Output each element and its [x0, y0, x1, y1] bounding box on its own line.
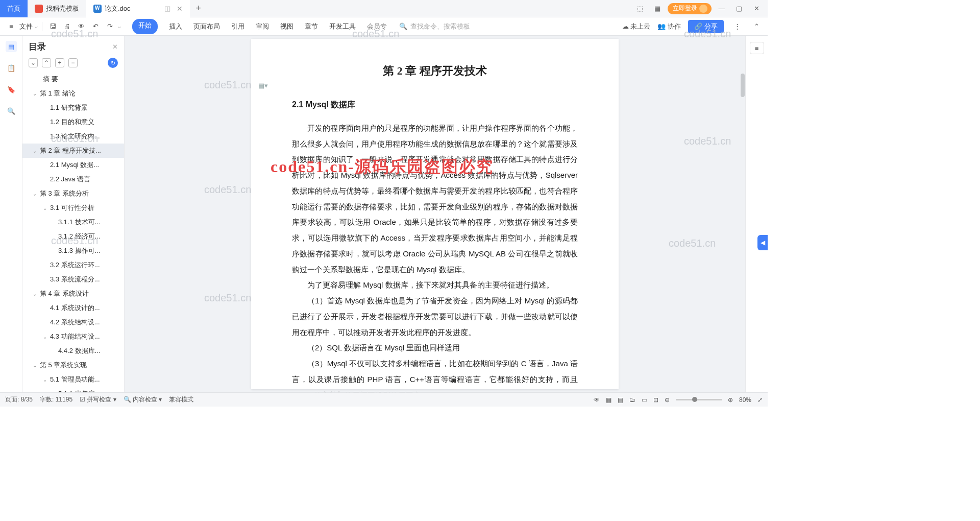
chapter-title: 第 2 章 程序开发技术 — [292, 59, 578, 82]
ribbon-tab-vip[interactable]: 会员专 — [367, 19, 387, 34]
tab-template[interactable]: 找稻壳模板 — [28, 0, 86, 17]
statusbar: 页面: 8/35 字数: 11195 ☑ 拼写检查 ▾ 🔍 内容检查 ▾ 兼容模… — [0, 392, 768, 407]
toc-item[interactable]: ⌄第 3 章 系统分析 — [22, 186, 124, 201]
new-tab-button[interactable]: + — [190, 3, 207, 14]
close-window-button[interactable]: ✕ — [749, 3, 764, 15]
toc-list: 摘 要⌄第 1 章 绪论1.1 研究背景1.2 目的和意义1.3 论文研究内..… — [22, 72, 124, 392]
collab-button[interactable]: 👥 协作 — [657, 22, 681, 31]
search-placeholder: 查找命令、搜索模板 — [410, 22, 470, 31]
toc-item[interactable]: 4.1 系统设计的... — [22, 301, 124, 315]
toc-item[interactable]: 1.1 研究背景 — [22, 101, 124, 115]
toc-item[interactable]: 4.4.2 数据库... — [22, 344, 124, 358]
titlebar: 首页 找稻壳模板 论文.doc◫✕ + ⬚ ▦ 立即登录 — ▢ ✕ — [0, 0, 768, 17]
ribbon-tab-layout[interactable]: 页面布局 — [193, 19, 220, 34]
toc-item[interactable]: ⌄4.3 功能结构设... — [22, 329, 124, 344]
clipboard-icon[interactable]: 📋 — [6, 62, 17, 74]
maximize-button[interactable]: ▢ — [732, 3, 746, 15]
toc-item[interactable]: ⌄5.1 管理员功能... — [22, 372, 124, 387]
eye-icon[interactable]: 👁 — [594, 396, 600, 404]
redo-icon[interactable]: ↷ — [104, 20, 116, 33]
layout-btn-1[interactable]: ⬚ — [633, 3, 647, 15]
toc-add-icon[interactable]: + — [55, 58, 64, 67]
document-viewport[interactable]: ▤▾ 第 2 章 程序开发技术 2.1 Mysql 数据库 开发的程序面向用户的… — [125, 36, 745, 392]
zoom-value[interactable]: 80% — [739, 396, 751, 404]
save-icon[interactable]: 🖫 — [46, 20, 59, 33]
compat-mode: 兼容模式 — [169, 395, 193, 404]
zoom-out-button[interactable]: ⊖ — [665, 396, 670, 404]
print-icon[interactable]: 🖨 — [61, 20, 73, 33]
main-area: ▤ 📋 🔖 🔍 目录✕ ⌄ ⌃ + − ↻ 摘 要⌄第 1 章 绪论1.1 研究… — [0, 36, 768, 392]
minimize-button[interactable]: — — [715, 3, 729, 15]
toc-item[interactable]: 3.1.2 经济可... — [22, 229, 124, 244]
paragraph: 为了更容易理解 Mysql 数据库，接下来就对其具备的主要特征进行描述。 — [292, 277, 578, 293]
ribbon-tabs: 开始 插入 页面布局 引用 审阅 视图 章节 开发工具 会员专 — [132, 19, 387, 34]
content-check[interactable]: 🔍 内容检查 ▾ — [124, 395, 162, 404]
toc-item[interactable]: ⌄第 4 章 系统设计 — [22, 287, 124, 301]
toc-collapse-icon[interactable]: ⌄ — [29, 58, 38, 67]
ribbon-tab-start[interactable]: 开始 — [132, 19, 158, 34]
undo-icon[interactable]: ↶ — [89, 20, 102, 33]
ribbon-tab-dev[interactable]: 开发工具 — [329, 19, 356, 34]
sidebar-icons: ▤ 📋 🔖 🔍 — [0, 36, 22, 392]
share-button[interactable]: 🔗 分享 — [688, 20, 724, 33]
toc-item[interactable]: 2.2 Java 语言 — [22, 172, 124, 186]
bookmark-icon[interactable]: 🔖 — [6, 84, 17, 95]
ribbon-tab-chapter[interactable]: 章节 — [305, 19, 318, 34]
zoom-slider[interactable] — [676, 399, 722, 400]
search-panel-icon[interactable]: 🔍 — [6, 105, 17, 116]
zoom-fit-icon[interactable]: ⊡ — [653, 396, 658, 404]
ribbon-tab-insert[interactable]: 插入 — [169, 19, 182, 34]
toc-item[interactable]: ⌄第 1 章 绪论 — [22, 86, 124, 101]
cloud-status[interactable]: ☁ 未上云 — [622, 22, 651, 31]
toc-item[interactable]: ⌄第 5 章系统实现 — [22, 358, 124, 372]
tab-template-label: 找稻壳模板 — [46, 4, 79, 13]
scrollbar-thumb[interactable] — [741, 74, 745, 97]
toc-panel: 目录✕ ⌄ ⌃ + − ↻ 摘 要⌄第 1 章 绪论1.1 研究背景1.2 目的… — [22, 36, 125, 392]
login-button[interactable]: 立即登录 — [668, 3, 712, 14]
more-icon[interactable]: ⋮ — [731, 20, 743, 33]
ribbon-tab-review[interactable]: 审阅 — [256, 19, 269, 34]
view-mode-2-icon[interactable]: ▤ — [618, 396, 623, 404]
tab-doc[interactable]: 论文.doc◫✕ — [86, 0, 190, 17]
layout-btn-2[interactable]: ▦ — [650, 3, 665, 15]
collapse-icon[interactable]: ⌃ — [750, 20, 763, 33]
toc-expand-icon[interactable]: ⌃ — [42, 58, 51, 67]
menu-icon[interactable]: ≡ — [5, 20, 17, 33]
toc-item[interactable]: 2.1 Mysql 数据... — [22, 158, 124, 172]
view-mode-3-icon[interactable]: 🗂 — [629, 396, 635, 404]
ribbon-search[interactable]: 🔍查找命令、搜索模板 — [399, 22, 470, 31]
toc-item[interactable]: 1.2 目的和意义 — [22, 115, 124, 129]
split-icon[interactable]: ◫ — [164, 5, 170, 12]
toc-refresh-icon[interactable]: ↻ — [108, 58, 118, 68]
outline-icon[interactable]: ▤ — [6, 41, 17, 52]
toc-item[interactable]: 4.2 系统结构设... — [22, 315, 124, 329]
close-icon[interactable]: ✕ — [177, 5, 183, 13]
ribbon-tab-ref[interactable]: 引用 — [231, 19, 244, 34]
view-mode-4-icon[interactable]: ▭ — [642, 396, 647, 404]
side-tab-icon[interactable]: ◀ — [757, 235, 768, 250]
file-menu[interactable]: 文件 — [19, 22, 33, 31]
zoom-in-button[interactable]: ⊕ — [728, 396, 733, 404]
preview-icon[interactable]: 👁 — [75, 20, 87, 33]
page-indicator[interactable]: 页面: 8/35 — [5, 395, 33, 404]
toc-remove-icon[interactable]: − — [68, 58, 78, 67]
tab-home[interactable]: 首页 — [0, 0, 28, 17]
tab-doc-label: 论文.doc — [105, 4, 131, 13]
spellcheck-toggle[interactable]: ☑ 拼写检查 ▾ — [80, 395, 116, 404]
word-count[interactable]: 字数: 11195 — [40, 395, 72, 404]
view-mode-1-icon[interactable]: ▦ — [606, 396, 611, 404]
expand-icon[interactable]: ⤢ — [757, 396, 763, 404]
toc-item[interactable]: 5.1.1 出售房... — [22, 387, 124, 392]
toc-item[interactable]: ⌄3.1 可行性分析 — [22, 201, 124, 215]
toc-item[interactable]: 1.3 论文研究内... — [22, 129, 124, 144]
toc-item[interactable]: 3.1.1 技术可... — [22, 215, 124, 229]
toc-item[interactable]: ⌄第 2 章 程序开发技... — [22, 144, 124, 158]
rail-menu-icon[interactable]: ≡ — [750, 42, 764, 54]
toc-item[interactable]: 3.3 系统流程分... — [22, 272, 124, 287]
ribbon-tab-view[interactable]: 视图 — [280, 19, 293, 34]
toc-item[interactable]: 3.2 系统运行环... — [22, 258, 124, 272]
page-options-icon[interactable]: ▤▾ — [258, 82, 270, 93]
toc-item[interactable]: 摘 要 — [22, 72, 124, 86]
toc-close-icon[interactable]: ✕ — [112, 43, 118, 51]
toc-item[interactable]: 3.1.3 操作可... — [22, 244, 124, 258]
